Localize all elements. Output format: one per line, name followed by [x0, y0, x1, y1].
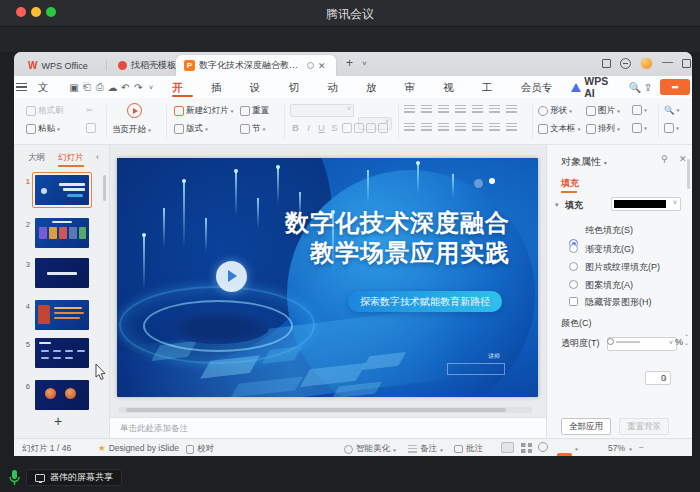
slide-caption-placeholder[interactable] [447, 363, 505, 375]
shapes-button[interactable]: 形状▾ [538, 105, 572, 117]
justify-icon[interactable] [455, 123, 466, 132]
export-pdf-icon[interactable]: ⎗ [80, 81, 93, 93]
gradient-fill-radio[interactable] [569, 244, 578, 253]
alpha-slider-track[interactable] [616, 341, 640, 343]
slideshow-options-icon[interactable]: ▾ [575, 446, 578, 452]
close-tab-icon[interactable]: ✕ [318, 61, 326, 71]
tab-active-document[interactable]: P 数字化技术深度融合教学场景应... ✕ [176, 55, 336, 76]
share-button[interactable]: ➦ [660, 79, 690, 95]
redo-icon[interactable]: ↷ [132, 82, 145, 93]
collapse-panel-icon[interactable]: ‹ [96, 152, 99, 162]
notes-button[interactable]: 备注▾ [408, 443, 443, 455]
outline-color-button[interactable]: ▾ [632, 123, 647, 133]
cut-icon[interactable]: ✂ [86, 105, 93, 115]
bullets-icon[interactable] [404, 105, 415, 114]
print-icon[interactable]: ⎙ [93, 81, 106, 93]
section-button[interactable]: 节▾ [240, 123, 266, 135]
reading-view-icon[interactable] [538, 442, 548, 452]
slide-sorter-view-icon[interactable] [521, 443, 532, 453]
color-dropdown[interactable] [607, 337, 677, 351]
reset-background-button[interactable]: 重置背景 [619, 418, 669, 435]
slide-thumbnail-3[interactable] [35, 258, 89, 288]
new-tab-button[interactable]: + [346, 57, 353, 69]
alpha-slider-handle[interactable] [607, 338, 614, 345]
menu-home[interactable]: 开始 [163, 76, 202, 98]
align-center-icon[interactable] [421, 123, 432, 132]
copy-icon[interactable] [86, 123, 96, 135]
help-icon[interactable] [620, 58, 631, 69]
shadow-icon[interactable]: S [329, 122, 340, 133]
line-spacing-icon[interactable] [472, 105, 483, 114]
tab-wps-home[interactable]: W WPS Office [20, 55, 96, 76]
slide-caption[interactable]: 讲师 [488, 352, 500, 361]
sidebar-scrollbar[interactable] [103, 175, 106, 201]
picture-button[interactable]: 图片▾ [586, 105, 620, 117]
slideshow-play-button[interactable] [557, 453, 572, 456]
cloud-sync-icon[interactable]: ☁ [106, 82, 119, 93]
start-from-current-button[interactable]: 当页开始▾ [112, 124, 151, 136]
main-menu-icon[interactable] [16, 83, 27, 91]
underline-icon[interactable]: U [316, 122, 327, 133]
smart-format-icon[interactable] [506, 123, 517, 132]
numbering-icon[interactable] [421, 105, 432, 114]
slide-thumbnail-5[interactable] [35, 338, 89, 368]
align-right-icon[interactable] [438, 123, 449, 132]
apply-all-button[interactable]: 全部应用 [561, 418, 611, 435]
add-slide-button[interactable]: + [54, 413, 62, 429]
bold-icon[interactable]: B [290, 122, 301, 133]
user-avatar[interactable] [640, 57, 653, 70]
align-left-icon[interactable] [404, 123, 415, 132]
layout-button[interactable]: 版式▾ [174, 123, 208, 135]
zoom-out-icon[interactable]: − [639, 442, 644, 452]
tab-docer-templates[interactable]: 找稻壳模板 [110, 55, 184, 76]
window-mode-icon[interactable] [602, 59, 611, 68]
play-button[interactable] [216, 261, 247, 292]
format-painter-button[interactable]: 格式刷 [26, 105, 64, 117]
slide-title-textbox[interactable]: 数字化技术深度融合 教学场景应用实践 [285, 208, 510, 268]
text-effects-icon[interactable] [378, 123, 388, 133]
menu-view[interactable]: 视图 [434, 76, 473, 98]
microphone-icon[interactable] [8, 469, 21, 487]
zoom-dropdown-icon[interactable]: ▾ [629, 446, 632, 452]
toolbar-more-icon[interactable]: ˅ [145, 84, 158, 91]
highlight-icon[interactable] [366, 123, 376, 133]
proofing-button[interactable]: 校对 [186, 443, 214, 455]
arrange-button[interactable]: 排列▾ [586, 123, 620, 135]
section-caret-icon[interactable]: ▾ [555, 201, 559, 209]
menu-review[interactable]: 审阅 [396, 76, 435, 98]
slide-thumbnail-6[interactable] [35, 380, 89, 410]
menu-tools[interactable]: 工具 [473, 76, 512, 98]
close-panel-icon[interactable]: ✕ [679, 154, 687, 164]
normal-view-button[interactable] [501, 442, 514, 453]
menu-insert[interactable]: 插入 [202, 76, 241, 98]
play-from-current-icon[interactable] [127, 103, 142, 118]
font-family-dropdown[interactable] [290, 104, 354, 117]
menu-wps-ai[interactable]: WPS AI [584, 75, 620, 99]
slide-thumbnail-1[interactable] [35, 175, 89, 205]
tab-fill[interactable]: 填充 [561, 177, 579, 190]
comments-button[interactable]: 批注 [454, 443, 483, 455]
menu-file[interactable]: 文件 [29, 76, 68, 98]
notes-area[interactable]: 单击此处添加备注 [110, 417, 546, 438]
replace-button[interactable]: ▾ [664, 123, 679, 133]
columns-icon[interactable] [506, 105, 517, 114]
text-direction-icon[interactable] [489, 105, 500, 114]
save-icon[interactable]: ▣ [68, 82, 81, 93]
menu-member[interactable]: 会员专享 [512, 76, 571, 98]
tab-list-dropdown-icon[interactable]: ˅ [362, 60, 367, 68]
smart-beautify-button[interactable]: 智能美化▾ [344, 443, 396, 455]
outdent-icon[interactable] [438, 105, 449, 114]
horizontal-scrollbar-handle[interactable] [126, 408, 506, 412]
paragraph-spacing-icon[interactable] [489, 123, 500, 132]
minimize-window-icon[interactable]: — [662, 56, 673, 67]
distribute-icon[interactable] [472, 123, 483, 132]
slide-thumbnail-2[interactable] [35, 218, 89, 248]
tab-outline[interactable]: 大纲 [28, 152, 45, 164]
panel-scrollbar[interactable] [687, 159, 690, 189]
slide-subtitle-pill[interactable]: 探索数字技术赋能教育新路径 [348, 291, 502, 312]
menu-transition[interactable]: 切换 [279, 76, 318, 98]
pin-icon[interactable]: ⚲ [661, 154, 668, 164]
tab-slides[interactable]: 幻灯片 [58, 152, 84, 164]
alpha-stepper[interactable]: ⌃⌄ [684, 334, 689, 346]
cloud-upload-icon[interactable]: ⇪ [642, 82, 655, 93]
